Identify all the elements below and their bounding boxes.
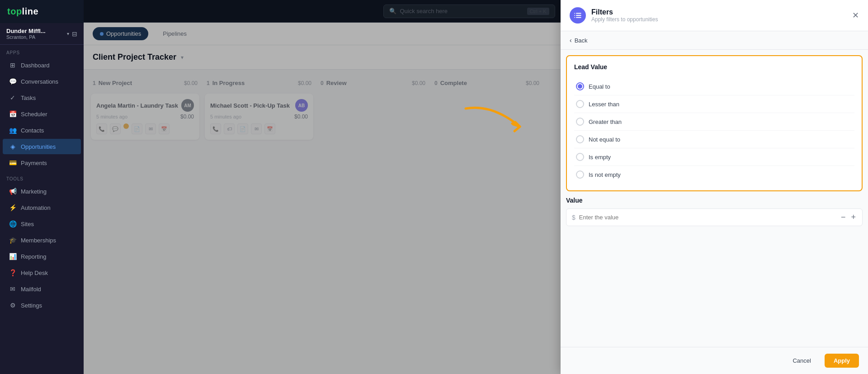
radio-circle-greater-than: [576, 118, 584, 126]
sidebar-item-label: Sites: [21, 221, 34, 227]
chevron-down-icon: ▾: [67, 31, 69, 36]
sidebar-item-label: Automation: [21, 204, 51, 211]
sidebar-item-automation[interactable]: ⚡ Automation: [3, 200, 81, 215]
radio-option-equal-to[interactable]: Equal to: [574, 78, 854, 95]
layout-icon[interactable]: ⊟: [72, 30, 77, 38]
radio-option-is-not-empty[interactable]: Is not empty: [574, 166, 854, 183]
app-logo: topline: [7, 6, 38, 17]
radio-circle-equal-to: [576, 82, 584, 90]
mailfold-icon: ✉: [9, 285, 16, 293]
filter-footer: Cancel Apply: [561, 347, 868, 374]
filter-icon: [570, 7, 586, 24]
radio-label-is-empty: Is empty: [589, 154, 611, 161]
sidebar-item-label: Conversations: [21, 78, 58, 85]
sidebar-item-tasks[interactable]: ✓ Tasks: [3, 90, 81, 105]
sidebar-item-label: Marketing: [21, 188, 47, 195]
filter-header-left: Filters Apply filters to opportunities: [570, 7, 658, 24]
currency-symbol: $: [572, 214, 576, 221]
filter-title: Filters: [591, 8, 658, 16]
sidebar-item-conversations[interactable]: 💬 Conversations: [3, 74, 81, 89]
radio-option-is-empty[interactable]: Is empty: [574, 148, 854, 166]
apply-button[interactable]: Apply: [825, 354, 859, 368]
close-filter-button[interactable]: ✕: [852, 10, 859, 20]
workspace-selector[interactable]: Dunder Miffl... Scranton, PA ▾ ⊟: [0, 23, 84, 45]
sidebar-item-reporting[interactable]: 📊 Reporting: [3, 249, 81, 264]
marketing-icon: 📢: [9, 188, 16, 195]
settings-icon: ⚙: [9, 302, 16, 309]
sidebar-item-sites[interactable]: 🌐 Sites: [3, 216, 81, 232]
sidebar-item-label: Reporting: [21, 253, 46, 260]
sidebar-item-mailfold[interactable]: ✉ Mailfold: [3, 281, 81, 297]
sidebar-item-label: Help Desk: [21, 270, 48, 276]
value-input-row: $ − +: [566, 208, 863, 226]
radio-circle-is-not-empty: [576, 170, 584, 179]
radio-circle-is-empty: [576, 153, 584, 161]
radio-inner: [578, 84, 582, 89]
sidebar-item-scheduler[interactable]: 📅 Scheduler: [3, 106, 81, 122]
sidebar: topline Dunder Miffl... Scranton, PA ▾ ⊟…: [0, 0, 84, 374]
filter-back-button[interactable]: ‹ Back: [561, 31, 868, 50]
tasks-icon: ✓: [9, 94, 16, 101]
radio-option-greater-than[interactable]: Greater than: [574, 113, 854, 131]
value-title: Value: [566, 197, 863, 204]
sidebar-item-opportunities[interactable]: ◈ Opportunities: [3, 139, 81, 154]
sidebar-item-label: Tasks: [21, 95, 36, 101]
sidebar-item-memberships[interactable]: 🎓 Memberships: [3, 232, 81, 248]
radio-label-is-not-empty: Is not empty: [589, 171, 621, 178]
value-section: Value $ − +: [566, 197, 863, 226]
radio-label-not-equal-to: Not equal to: [589, 136, 620, 143]
helpdesk-icon: ❓: [9, 269, 16, 276]
payments-icon: 💳: [9, 159, 16, 166]
conversations-icon: 💬: [9, 78, 16, 85]
logo-area: topline: [0, 0, 84, 23]
sidebar-item-helpdesk[interactable]: ❓ Help Desk: [3, 265, 81, 280]
back-label: Back: [575, 37, 588, 44]
radio-label-greater-than: Greater than: [589, 118, 622, 125]
dashboard-icon: ⊞: [9, 62, 16, 69]
apps-section-label: Apps: [0, 45, 84, 57]
cancel-button[interactable]: Cancel: [783, 354, 820, 368]
sidebar-item-label: Payments: [21, 160, 47, 166]
lead-value-section: Lead Value Equal to Lesser than Greater …: [566, 55, 863, 191]
memberships-icon: 🎓: [9, 237, 16, 244]
automation-icon: ⚡: [9, 204, 16, 211]
value-input[interactable]: [579, 214, 836, 221]
sidebar-item-contacts[interactable]: 👥 Contacts: [3, 123, 81, 138]
sidebar-item-settings[interactable]: ⚙ Settings: [3, 298, 81, 313]
contacts-icon: 👥: [9, 127, 16, 134]
section-title: Lead Value: [574, 63, 854, 71]
radio-option-lesser-than[interactable]: Lesser than: [574, 95, 854, 113]
sidebar-item-label: Settings: [21, 302, 42, 309]
sidebar-item-label: Memberships: [21, 237, 56, 244]
radio-circle-not-equal-to: [576, 135, 584, 143]
value-decrement-button[interactable]: −: [840, 213, 847, 222]
filter-panel-header: Filters Apply filters to opportunities ✕: [561, 0, 868, 31]
radio-circle-lesser-than: [576, 100, 584, 108]
sidebar-item-marketing[interactable]: 📢 Marketing: [3, 184, 81, 199]
workspace-location: Scranton, PA: [6, 34, 46, 40]
radio-label-equal-to: Equal to: [589, 83, 610, 90]
filter-subtitle: Apply filters to opportunities: [591, 16, 658, 23]
sites-icon: 🌐: [9, 220, 16, 227]
sidebar-item-payments[interactable]: 💳 Payments: [3, 155, 81, 170]
reporting-icon: 📊: [9, 253, 16, 260]
back-arrow-icon: ‹: [570, 37, 572, 44]
radio-label-lesser-than: Lesser than: [589, 101, 619, 108]
sidebar-item-label: Contacts: [21, 127, 44, 134]
workspace-name: Dunder Miffl...: [6, 28, 46, 34]
scheduler-icon: 📅: [9, 110, 16, 118]
sidebar-item-dashboard[interactable]: ⊞ Dashboard: [3, 57, 81, 73]
main-content: 🔍 Quick search here Ctrl + K ⚡ Opportuni…: [84, 0, 868, 374]
tools-section-label: Tools: [0, 171, 84, 183]
sidebar-item-label: Scheduler: [21, 111, 47, 118]
sidebar-item-label: Mailfold: [21, 286, 41, 293]
filter-panel: Filters Apply filters to opportunities ✕…: [561, 0, 868, 374]
sidebar-item-label: Opportunities: [21, 143, 56, 150]
radio-option-not-equal-to[interactable]: Not equal to: [574, 131, 854, 148]
opportunities-icon: ◈: [9, 143, 16, 150]
value-increment-button[interactable]: +: [850, 213, 857, 222]
sidebar-item-label: Dashboard: [21, 62, 50, 69]
